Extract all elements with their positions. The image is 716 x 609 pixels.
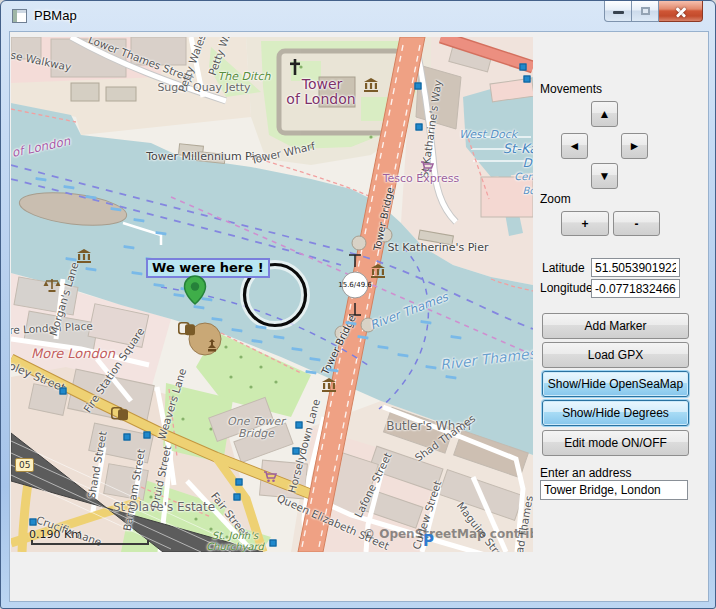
- traffic-signal-icon: [415, 83, 422, 90]
- traffic-signal-icon: [293, 448, 300, 455]
- traffic-signal-icon: [124, 434, 131, 441]
- map-label: Lower Thames Street: [87, 37, 195, 84]
- close-button[interactable]: [659, 1, 703, 22]
- water-dash: [231, 328, 242, 332]
- map-label: Lafone Street: [353, 451, 393, 519]
- water-dash: [305, 370, 316, 374]
- water-dash: [251, 339, 262, 343]
- map-label: St Katherine's Pier: [388, 242, 489, 253]
- left-arrow-icon: ◄: [569, 139, 581, 153]
- address-label: Enter an address: [540, 466, 631, 480]
- up-arrow-icon: ▲: [599, 107, 611, 121]
- map-label: of London: [11, 135, 71, 159]
- water-dash: [155, 231, 166, 235]
- map-label: The Ditch: [218, 71, 271, 82]
- right-arrow-icon: ►: [629, 139, 641, 153]
- map-label: West Dock: [459, 129, 517, 140]
- map-marker-popup[interactable]: We were here !: [146, 258, 270, 278]
- app-window: PBMap: [0, 0, 716, 609]
- parking-icon: P: [423, 532, 434, 550]
- move-down-button[interactable]: ▼: [591, 163, 618, 189]
- minimize-icon: [613, 11, 624, 14]
- map-canvas[interactable]: se WalkwaySugar Quay JettyLower Thames S…: [11, 37, 533, 552]
- traffic-signal-icon: [520, 64, 527, 71]
- map-label: Tower Millennium Pier: [146, 151, 266, 162]
- minimize-button[interactable]: [604, 1, 632, 22]
- traffic-signal-icon: [234, 494, 241, 501]
- address-input[interactable]: [540, 480, 688, 500]
- map-label: St-Ka: [503, 142, 533, 155]
- map-label: Churchyard: [206, 542, 264, 552]
- toggle-degrees-button[interactable]: Show/Hide Degrees: [542, 400, 689, 426]
- bridge-clearance-label: 15.6/49.6: [338, 281, 372, 289]
- map-overlays: se WalkwaySugar Quay JettyLower Thames S…: [11, 37, 533, 552]
- traffic-signal-icon: [524, 76, 531, 83]
- water-dash: [35, 177, 46, 181]
- longitude-label: Longitude: [540, 281, 593, 295]
- traffic-signal-icon: [236, 479, 243, 486]
- zoom-label: Zoom: [540, 192, 571, 206]
- load-gpx-button[interactable]: Load GPX: [542, 342, 689, 368]
- map-label: One Tower: [227, 416, 285, 427]
- latitude-label: Latitude: [542, 261, 585, 275]
- app-icon: [12, 9, 27, 23]
- water-dash: [377, 345, 388, 349]
- map-label: se Walkway: [11, 49, 72, 72]
- water-dash: [445, 375, 456, 379]
- water-dash: [193, 305, 204, 309]
- down-arrow-icon: ▼: [599, 169, 611, 183]
- movements-label: Movements: [540, 82, 602, 96]
- water-dash: [420, 320, 431, 324]
- map-label: St. John's: [212, 531, 258, 541]
- water-dash: [211, 317, 222, 321]
- traffic-signal-icon: [60, 388, 67, 395]
- water-dash: [123, 245, 134, 249]
- longitude-input[interactable]: [591, 279, 680, 298]
- map-label: of London: [286, 92, 355, 106]
- map-label: Sugar Quay Jetty: [157, 82, 250, 93]
- client-area: se WalkwaySugar Quay JettyLower Thames S…: [9, 31, 709, 602]
- move-left-button[interactable]: ◄: [561, 133, 588, 159]
- move-right-button[interactable]: ►: [621, 133, 648, 159]
- road-ref-badge: 05: [15, 458, 34, 472]
- zoom-out-button[interactable]: -: [613, 211, 660, 236]
- window-title: PBMap: [34, 8, 77, 23]
- close-icon: [675, 6, 687, 17]
- map-label: River Thames: [439, 346, 533, 372]
- water-dash: [450, 335, 461, 339]
- water-dash: [85, 267, 96, 271]
- add-marker-button[interactable]: Add Marker: [542, 313, 689, 339]
- water-dash: [110, 207, 121, 211]
- traffic-signal-icon: [416, 124, 423, 131]
- maximize-button[interactable]: [632, 1, 659, 22]
- water-dash: [133, 218, 144, 222]
- map-label: Barnham Street: [122, 448, 147, 532]
- traffic-signal-icon: [270, 540, 277, 547]
- latitude-input[interactable]: [591, 258, 680, 277]
- map-label: Tesco Express: [383, 173, 460, 184]
- water-dash: [85, 195, 96, 199]
- water-dash: [131, 271, 142, 275]
- map-label: Horselydown Lane: [286, 398, 321, 494]
- map-attribution: © OpenStreetMap contributors: [363, 527, 533, 541]
- titlebar[interactable]: PBMap: [1, 1, 715, 31]
- toggle-openseamap-button[interactable]: Show/Hide OpenSeaMap: [542, 371, 689, 397]
- water-dash: [309, 357, 320, 361]
- map-label: Cen: [514, 172, 533, 182]
- zoom-in-button[interactable]: +: [561, 211, 609, 236]
- traffic-signal-icon: [144, 432, 151, 439]
- traffic-signal-icon: [30, 519, 37, 526]
- move-up-button[interactable]: ▲: [591, 101, 618, 127]
- map-label: Queen Elizabeth Street: [275, 493, 390, 552]
- traffic-signal-icon: [296, 422, 303, 429]
- map-label: Fire Station Square: [82, 326, 146, 415]
- water-dash: [357, 335, 368, 339]
- water-dash: [291, 347, 302, 351]
- water-dash: [273, 335, 284, 339]
- maximize-icon: [641, 7, 650, 15]
- water-dash: [63, 185, 74, 189]
- water-dash: [425, 365, 436, 369]
- map-label: oley Street: [11, 360, 67, 394]
- map-label: Shad Thames: [512, 495, 533, 552]
- edit-mode-button[interactable]: Edit mode ON/OFF: [542, 430, 689, 456]
